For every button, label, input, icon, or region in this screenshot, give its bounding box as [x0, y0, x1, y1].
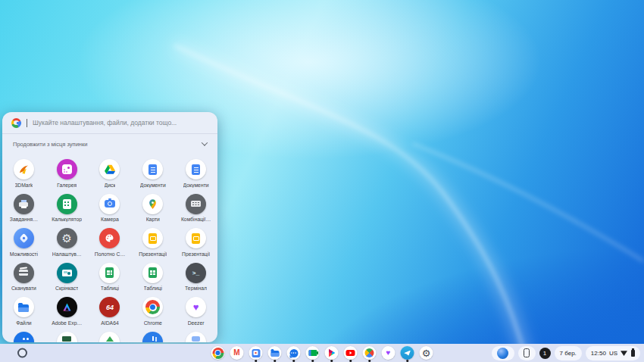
date-label: 7 бер.: [560, 350, 577, 357]
app-docs-1[interactable]: Документи: [131, 155, 174, 190]
partial-app-1[interactable]: [2, 328, 45, 343]
app-adobe-express[interactable]: Adobe Exp…: [45, 293, 89, 328]
app-label: Комбінації…: [181, 217, 211, 222]
partial-app-4[interactable]: [131, 328, 174, 343]
app-deezer[interactable]: ♥ Deezer: [174, 293, 217, 328]
terminal-icon: >_: [186, 263, 206, 283]
app-explore[interactable]: Можливості: [2, 224, 45, 259]
notification-counter[interactable]: 1: [539, 348, 551, 359]
camera-icon: [99, 194, 120, 214]
app-scan[interactable]: Сканувати: [2, 259, 45, 294]
screencast-icon: [57, 263, 77, 283]
partial-app-icon: [186, 332, 206, 343]
search-input[interactable]: [33, 119, 208, 126]
app-label: Полотно С…: [95, 251, 125, 257]
shelf-settings-icon[interactable]: ⚙: [420, 346, 433, 360]
launcher-button[interactable]: [17, 348, 27, 358]
shelf-youtube-icon[interactable]: [344, 346, 358, 360]
blue-sphere-app-icon: [497, 348, 508, 359]
chrome-icon: [142, 297, 163, 317]
app-label: Презентації: [139, 251, 167, 257]
app-chrome[interactable]: Chrome: [131, 293, 174, 328]
launcher-search-bar[interactable]: [2, 112, 217, 134]
google-drive-icon: [99, 159, 120, 179]
app-label: Документи: [140, 183, 166, 188]
date-pill[interactable]: 7 бер.: [555, 346, 582, 360]
app-sheets-1[interactable]: Таблиці: [89, 259, 132, 294]
gallery-icon: [57, 159, 77, 179]
text-caret: [27, 119, 27, 127]
shelf: M ♥ ⚙ 1 7 бер. 12:50 US: [0, 344, 644, 362]
keyboard-layout-label: US: [609, 350, 617, 357]
wifi-icon: [621, 350, 627, 356]
app-label: Диск: [105, 183, 116, 188]
app-calculator[interactable]: Калькулятор: [45, 190, 89, 225]
app-label: Таблиці: [144, 286, 162, 291]
app-shortcuts[interactable]: Комбінації…: [174, 190, 217, 225]
shelf-apps: M ♥ ⚙: [211, 346, 433, 360]
partial-app-5[interactable]: [174, 328, 217, 343]
app-label: Можливості: [10, 251, 38, 257]
shelf-blue-square-app-icon[interactable]: [249, 346, 263, 360]
partial-app-3[interactable]: [89, 328, 132, 343]
system-tray[interactable]: 12:50 US: [586, 346, 640, 360]
app-settings[interactable]: ⚙ Налаштув…: [45, 224, 89, 259]
status-area: 1 7 бер. 12:50 US: [492, 344, 640, 362]
shelf-gmail-icon[interactable]: M: [230, 346, 244, 360]
aida64-icon: 64: [99, 297, 120, 317]
shelf-google-photos-icon[interactable]: [363, 346, 377, 360]
app-3dmark[interactable]: 3DMark: [2, 155, 45, 190]
app-slides-2[interactable]: Презентації: [174, 224, 217, 259]
shelf-chrome-icon[interactable]: [211, 346, 225, 360]
continue-label: Продовжити з місця зупинки: [13, 141, 87, 148]
google-docs-icon: [186, 159, 206, 179]
app-label: Документи: [183, 183, 209, 188]
app-launcher-panel: Продовжити з місця зупинки 3DMark Галере…: [2, 112, 217, 342]
app-label: Файли: [16, 320, 32, 326]
shelf-telegram-icon[interactable]: [401, 346, 414, 360]
print-jobs-icon: [14, 194, 34, 214]
app-label: Калькулятор: [52, 217, 82, 222]
google-sheets-icon: [99, 263, 120, 283]
battery-icon: [631, 350, 635, 357]
app-label: Термінал: [185, 286, 207, 291]
app-camera[interactable]: Камера: [89, 190, 132, 225]
app-terminal[interactable]: >_ Термінал: [174, 259, 217, 294]
app-canvas[interactable]: Полотно С…: [89, 224, 132, 259]
phone-icon: [524, 348, 530, 357]
keyboard-shortcuts-icon: [186, 194, 206, 214]
shelf-deezer-icon[interactable]: ♥: [382, 346, 395, 360]
shelf-messages-icon[interactable]: [287, 346, 301, 360]
google-sheets-icon: [142, 263, 163, 283]
app-label: AIDA64: [101, 320, 118, 326]
app-maps[interactable]: Карти: [131, 190, 174, 225]
app-label: Карти: [146, 217, 160, 222]
app-drive[interactable]: Диск: [89, 155, 132, 190]
app-docs-2[interactable]: Документи: [174, 155, 217, 190]
app-sheets-2[interactable]: Таблиці: [131, 259, 174, 294]
explore-icon: [14, 228, 34, 248]
continue-section-header[interactable]: Продовжити з місця зупинки: [2, 134, 217, 154]
partial-app-2[interactable]: [45, 328, 89, 343]
app-files[interactable]: Файли: [2, 293, 45, 328]
app-label: Налаштув…: [52, 251, 82, 257]
active-window-button[interactable]: [492, 346, 514, 360]
app-gallery[interactable]: Галерея: [45, 155, 89, 190]
chevron-down-icon[interactable]: [202, 139, 208, 145]
shelf-google-meet-icon[interactable]: [306, 346, 320, 360]
app-label: Deezer: [188, 320, 205, 326]
clock-label: 12:50: [591, 350, 606, 357]
partial-app-icon: [99, 332, 120, 343]
app-print-jobs[interactable]: Завдання…: [2, 190, 45, 225]
files-icon: [14, 297, 34, 317]
app-slides-1[interactable]: Презентації: [131, 224, 174, 259]
app-label: Adobe Exp…: [52, 320, 82, 326]
partial-app-icon: [14, 332, 34, 343]
app-aida64[interactable]: 64 AIDA64: [89, 293, 132, 328]
shelf-play-store-icon[interactable]: [325, 346, 339, 360]
shelf-files-icon[interactable]: [268, 346, 282, 360]
app-label: 3DMark: [15, 183, 33, 188]
phone-hub-button[interactable]: [518, 346, 536, 360]
app-screencast[interactable]: Скрінкаст: [45, 259, 89, 294]
partial-app-icon: [57, 332, 77, 343]
